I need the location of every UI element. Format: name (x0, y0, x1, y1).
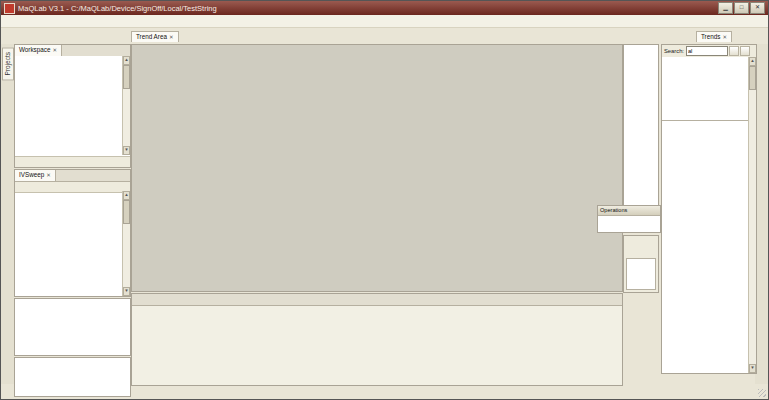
tab-ivsweep[interactable]: IVSweep✕ (15, 170, 56, 181)
scroll-up-icon: ▲ (123, 191, 130, 200)
scroll-up-icon: ▲ (123, 56, 130, 65)
search-input[interactable] (686, 46, 728, 56)
tab-close-icon[interactable]: ✕ (46, 172, 51, 178)
search-remove-icon[interactable] (740, 46, 750, 56)
workspace-panel: Workspace✕ ▲▼ (14, 44, 131, 168)
scroll-down-icon: ▼ (749, 364, 756, 373)
tab-close-icon[interactable]: ✕ (169, 34, 174, 40)
side-tools-panel (623, 235, 659, 293)
scroll-down-icon: ▼ (123, 287, 130, 296)
tab-close-icon[interactable]: ✕ (722, 34, 727, 40)
application-window: MaQLab V3.1 - C:/MaQLab/Device/SignOff/L… (0, 0, 769, 400)
ivsweep-panel: IVSweep✕ ▲▼ (14, 169, 131, 297)
close-icon[interactable]: ✕ (750, 2, 765, 14)
window-title: MaQLab V3.1 - C:/MaQLab/Device/SignOff/L… (18, 4, 717, 13)
projects-vertical-tab[interactable]: Projects (2, 47, 14, 80)
tab-trend-area[interactable]: Trend Area✕ (131, 31, 179, 42)
sources-panel (14, 357, 131, 397)
right-tab-strip: Trends✕ (623, 31, 757, 44)
mdi-tab-strip: Trend Area✕ (131, 31, 623, 44)
resize-grip[interactable] (758, 389, 766, 397)
monitor-panel (131, 293, 623, 386)
minimize-icon[interactable]: ▁ (718, 2, 733, 14)
pages-panel (14, 298, 131, 356)
category-list (662, 57, 749, 121)
side-list (626, 258, 656, 290)
search-label: Search: (664, 48, 684, 54)
left-dock-strip: Projects (1, 44, 14, 384)
scroll-up-icon: ▲ (749, 57, 756, 66)
tab-trends[interactable]: Trends✕ (696, 31, 732, 42)
search-add-icon[interactable] (729, 46, 739, 56)
maximize-icon[interactable]: □ (734, 2, 749, 14)
ivsweep-table (15, 191, 123, 296)
operations-panel: Operations (597, 205, 661, 233)
trends-panel (623, 44, 659, 206)
tab-close-icon[interactable]: ✕ (52, 47, 57, 53)
workspace-scrollbar[interactable]: ▲▼ (122, 56, 130, 155)
operations-title[interactable]: Operations (598, 206, 660, 216)
ivsweep-scrollbar[interactable]: ▲▼ (122, 191, 130, 296)
parameters-scrollbar[interactable]: ▲▼ (748, 57, 756, 373)
app-icon (4, 3, 15, 14)
ivsweep-tab-row: IVSweep✕ (15, 170, 130, 182)
tab-workspace[interactable]: Workspace✕ (15, 45, 62, 56)
monitor-body (132, 305, 622, 385)
trends-tree (624, 45, 658, 205)
mdi-area (131, 44, 623, 292)
title-bar[interactable]: MaQLab V3.1 - C:/MaQLab/Device/SignOff/L… (1, 1, 768, 15)
scroll-down-icon: ▼ (123, 146, 130, 155)
parameters-panel: Search: ▲▼ (661, 44, 757, 374)
workspace-toolbar (15, 156, 130, 167)
parameter-table (662, 120, 749, 373)
workspace-tree (15, 56, 130, 155)
